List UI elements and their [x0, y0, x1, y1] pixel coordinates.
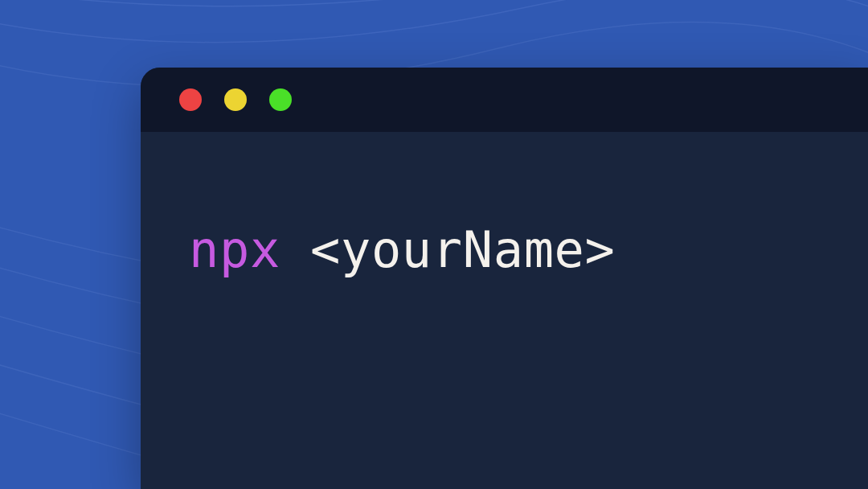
- window-titlebar: [141, 68, 868, 132]
- argument-token: <yourName>: [310, 220, 615, 279]
- maximize-button[interactable]: [269, 88, 292, 111]
- minimize-button[interactable]: [224, 88, 247, 111]
- command-line: npx<yourName>: [189, 220, 820, 279]
- terminal-body[interactable]: npx<yourName>: [141, 132, 868, 368]
- close-button[interactable]: [179, 88, 202, 111]
- terminal-window: npx<yourName>: [141, 68, 868, 489]
- command-token: npx: [189, 220, 280, 279]
